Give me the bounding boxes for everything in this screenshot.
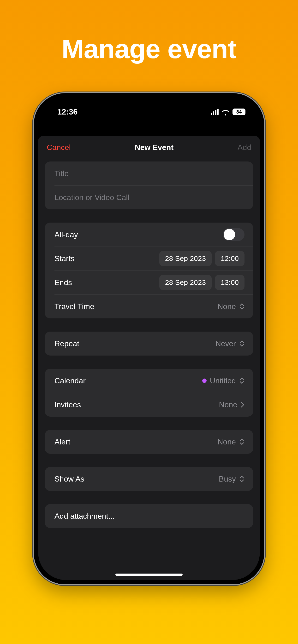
- ends-date-picker[interactable]: 28 Sep 2023: [159, 275, 212, 290]
- alert-value: None: [218, 438, 236, 446]
- title-location-group: [45, 162, 253, 210]
- home-indicator[interactable]: [115, 574, 183, 576]
- ends-row: Ends 28 Sep 2023 13:00: [45, 270, 253, 294]
- location-field[interactable]: [54, 186, 244, 210]
- chevrons-updown-icon: [239, 377, 244, 384]
- allday-label: All-day: [54, 230, 78, 239]
- showas-label: Show As: [54, 474, 84, 484]
- alert-label: Alert: [54, 438, 70, 446]
- allday-row: All-day: [45, 222, 253, 246]
- starts-date-picker[interactable]: 28 Sep 2023: [159, 251, 212, 266]
- battery-level: 84: [236, 109, 242, 115]
- travel-time-value: None: [218, 302, 236, 311]
- battery-icon: 84: [232, 108, 245, 115]
- allday-toggle[interactable]: [223, 228, 244, 241]
- chevron-right-icon: [241, 401, 244, 408]
- sheet-header: Cancel New Event Add: [45, 136, 253, 162]
- alert-row[interactable]: Alert None: [45, 430, 253, 454]
- ends-label: Ends: [54, 278, 72, 287]
- volume-down-button: [32, 263, 34, 294]
- calendar-row[interactable]: Calendar Untitled: [45, 369, 253, 393]
- status-time: 12:36: [57, 107, 77, 116]
- datetime-group: All-day Starts 28 Sep 2023 12:00 Ends: [45, 222, 253, 318]
- repeat-value: Never: [215, 339, 236, 348]
- repeat-group: Repeat Never: [45, 332, 253, 356]
- travel-time-row[interactable]: Travel Time None: [45, 294, 253, 318]
- silence-switch: [32, 189, 34, 206]
- volume-up-button: [32, 222, 34, 254]
- starts-row: Starts 28 Sep 2023 12:00: [45, 246, 253, 270]
- calendar-value: Untitled: [210, 376, 236, 385]
- promo-title: Manage event: [62, 34, 237, 64]
- cancel-button[interactable]: Cancel: [47, 143, 71, 152]
- repeat-label: Repeat: [54, 339, 79, 348]
- chevrons-updown-icon: [239, 303, 244, 310]
- new-event-sheet: Cancel New Event Add: [38, 136, 260, 580]
- alert-group: Alert None: [45, 430, 253, 454]
- title-field[interactable]: [54, 162, 244, 186]
- ends-time-picker[interactable]: 13:00: [215, 275, 244, 290]
- add-attachment-row[interactable]: Add attachment...: [45, 504, 253, 528]
- add-button[interactable]: Add: [238, 143, 251, 152]
- chevrons-updown-icon: [239, 340, 244, 347]
- wifi-icon: [221, 109, 230, 115]
- starts-label: Starts: [54, 254, 75, 263]
- repeat-row[interactable]: Repeat Never: [45, 332, 253, 356]
- power-button: [264, 230, 266, 278]
- invitees-label: Invitees: [54, 400, 81, 409]
- attachment-group: Add attachment...: [45, 504, 253, 528]
- calendar-label: Calendar: [54, 376, 86, 385]
- travel-time-label: Travel Time: [54, 302, 94, 311]
- calendar-invitees-group: Calendar Untitled Invitees: [45, 369, 253, 417]
- sheet-title: New Event: [135, 143, 174, 152]
- chevrons-updown-icon: [239, 476, 244, 482]
- showas-value: Busy: [219, 474, 236, 484]
- dynamic-island: [123, 106, 175, 122]
- chevrons-updown-icon: [239, 438, 244, 445]
- starts-time-picker[interactable]: 12:00: [215, 251, 244, 266]
- screen: 12:36 84 Canc: [38, 98, 260, 580]
- add-attachment-label: Add attachment...: [54, 512, 115, 520]
- showas-row[interactable]: Show As Busy: [45, 467, 253, 491]
- cellular-signal-icon: [211, 109, 219, 115]
- showas-group: Show As Busy: [45, 467, 253, 491]
- phone-frame: 12:36 84 Canc: [34, 93, 264, 584]
- invitees-row[interactable]: Invitees None: [45, 393, 253, 417]
- invitees-value: None: [219, 400, 238, 409]
- calendar-color-dot-icon: [202, 378, 207, 383]
